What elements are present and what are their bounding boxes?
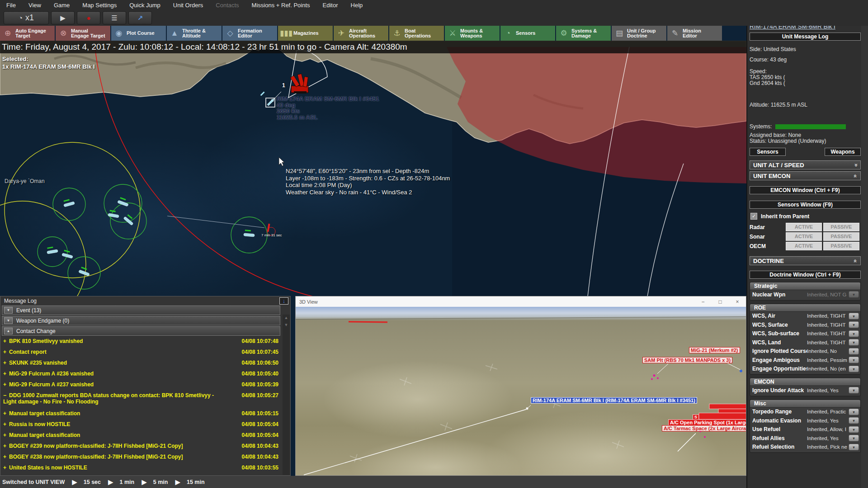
play-button[interactable]: ▶ [51, 11, 75, 24]
menu-item-unit-orders[interactable]: Unit Orders [173, 2, 203, 9]
plot-course-button[interactable]: ◉ Plot Course [111, 26, 166, 41]
3d-view-titlebar[interactable]: 3D View − □ × [296, 296, 746, 307]
close-button[interactable]: × [729, 299, 746, 305]
log-entry[interactable]: −DDG 1000 Zumwalt reports BDA status cha… [0, 391, 290, 409]
unit-alt-speed-header[interactable]: UNIT ALT / SPEED « [750, 160, 861, 169]
systems-damage-button[interactable]: ⚙ Systems & Damage [556, 26, 611, 41]
dropdown-button[interactable]: ▾ [849, 387, 859, 394]
mission-editor-button[interactable]: ✎ Mission Editor [667, 26, 722, 41]
unit-emcon-header[interactable]: UNIT EMCON « [750, 171, 861, 180]
menu-item-editor[interactable]: Editor [323, 2, 338, 9]
quick-jump-button[interactable]: ↗ [128, 11, 152, 24]
throttle-altitude-button[interactable]: ▲ Throttle & Altitude [167, 26, 222, 41]
sensors-window-button[interactable]: Sensors Window (F9) [750, 201, 861, 209]
dropdown-button[interactable]: ▾ [849, 408, 859, 415]
log-entry-expand-toggle[interactable]: + [3, 454, 6, 460]
inherit-from-parent-checkbox[interactable]: ✓ [750, 213, 757, 220]
expand-chevron-icon[interactable]: « [852, 163, 859, 166]
message-log-popout-button[interactable]: ↓ [279, 297, 288, 305]
weapons-button[interactable]: Weapons [825, 148, 861, 156]
unit-group-doctrine-button[interactable]: ▤ Unit / Group Doctrine [612, 26, 666, 41]
group-toggle-icon[interactable]: ▼ [4, 307, 13, 314]
emcon-active-button[interactable]: ACTIVE [786, 232, 822, 241]
formation-editor-button[interactable]: ◇ Formation Editor [222, 26, 277, 41]
aircraft-operations-button[interactable]: ✈ Aircraft Operations [334, 26, 388, 41]
menu-item-missions-ref-points[interactable]: Missions + Ref. Points [252, 2, 310, 9]
log-entry-expand-toggle[interactable]: + [3, 443, 6, 449]
auto-engage-target-button[interactable]: ⊕ Auto Engage Target [0, 26, 55, 41]
log-group-event[interactable]: ▼ Event (13) [2, 305, 280, 315]
doctrine-window-button[interactable]: Doctrine Window (Ctrl + F9) [750, 271, 861, 279]
group-toggle-icon[interactable]: ▲ [4, 328, 13, 334]
dropdown-button[interactable]: ▾ [849, 435, 859, 441]
dropdown-button[interactable]: ▾ [849, 321, 859, 328]
dropdown-button[interactable]: ▾ [849, 339, 859, 346]
scroll-down-icon[interactable]: ▼ [284, 323, 288, 327]
log-group-weapon-endgame[interactable]: ▼ Weapon Endgame (0) [2, 316, 280, 325]
log-entry-expand-toggle[interactable]: + [3, 360, 6, 366]
time-step-button[interactable]: ▶ 15 sec [72, 478, 101, 486]
log-entry[interactable]: +MiG-29 Fulcrum A #237 vanished 04/08 10… [0, 380, 290, 391]
dropdown-button[interactable]: ▾ [849, 348, 859, 355]
menu-item-help[interactable]: Help [351, 2, 363, 9]
3d-label-friendly-missile[interactable]: RIM-174A ERAM SM-6MR Blk I (RIM-174A ERA… [531, 397, 697, 404]
maximize-button[interactable]: □ [712, 299, 729, 305]
group-toggle-icon[interactable]: ▼ [4, 317, 13, 324]
3d-label-hostile-air[interactable]: MiG-21 (Merkum #2) [689, 347, 740, 353]
3d-label-hostile-sam[interactable]: SAM Plt (RBS 70 Mk1 MANPADS x 3) [642, 357, 732, 363]
emcon-active-button[interactable]: ACTIVE [786, 242, 822, 250]
menu-item-game[interactable]: Game [54, 2, 70, 9]
dropdown-button[interactable]: ▾ [849, 444, 859, 450]
collapse-chevron-icon[interactable]: « [852, 174, 859, 177]
log-entry-expand-toggle[interactable]: + [3, 432, 6, 438]
doctrine-header[interactable]: DOCTRINE « [750, 256, 861, 265]
log-entry[interactable]: +SKUNK #235 vanished 04/08 10:06:50 [0, 358, 290, 369]
log-entry-expand-toggle[interactable]: + [3, 410, 6, 417]
log-entry-expand-toggle[interactable]: + [3, 338, 6, 344]
magazines-button[interactable]: ▮▮▮ Magazines [278, 26, 333, 41]
3d-scene[interactable]: MiG-21 (Merkum #2) SAM Plt (RBS 70 Mk1 M… [296, 307, 746, 476]
sensors-button[interactable]: ◔ Sensors [500, 26, 555, 41]
log-entry-expand-toggle[interactable]: − [3, 392, 6, 399]
time-step-button[interactable]: ▶ 5 min [142, 478, 168, 486]
3d-label-facility-parking[interactable]: A/C Open Parking Spot (1x Large [668, 419, 746, 426]
emcon-passive-button[interactable]: PASSIVE [823, 242, 859, 250]
menu-item-quick-jump[interactable]: Quick Jump [129, 2, 160, 9]
menu-item-view[interactable]: View [28, 2, 41, 9]
boat-operations-button[interactable]: ⚓ Boat Operations [389, 26, 444, 41]
log-entry[interactable]: +United States is now HOSTILE 04/08 10:0… [0, 463, 290, 474]
layers-button[interactable]: ☰ [103, 11, 126, 24]
emcon-passive-button[interactable]: PASSIVE [823, 232, 859, 241]
dropdown-button[interactable]: ▾ [849, 426, 859, 433]
dropdown-button[interactable]: ▾ [849, 357, 859, 363]
sensors-button[interactable]: Sensors [750, 148, 786, 156]
log-entry[interactable]: +Contact report 04/08 10:07:45 [0, 347, 290, 358]
scroll-up-icon[interactable]: ▲ [284, 315, 288, 320]
log-entry-expand-toggle[interactable]: + [3, 421, 6, 427]
record-button[interactable]: ● [77, 11, 100, 24]
emcon-active-button[interactable]: ACTIVE [786, 223, 822, 231]
dropdown-button[interactable]: ▾ [849, 417, 859, 424]
time-compression-button[interactable]: ◔ x1 [4, 11, 49, 24]
dropdown-button[interactable]: ▾ [849, 313, 859, 319]
time-step-button[interactable]: ▶ 15 min [175, 478, 204, 486]
menu-item-file[interactable]: File [6, 2, 16, 9]
dropdown-button[interactable]: ▾ [849, 366, 859, 372]
menu-item-contacts[interactable]: Contacts [216, 2, 239, 9]
log-entry[interactable]: +Russia is now HOSTILE 04/08 10:05:04 [0, 420, 290, 431]
log-entry-expand-toggle[interactable]: + [3, 465, 6, 471]
emcon-passive-button[interactable]: PASSIVE [823, 223, 859, 231]
time-step-button[interactable]: ▶ 1 min [108, 478, 134, 486]
emcon-window-button[interactable]: EMCON Window (Ctrl + F9) [750, 186, 861, 194]
mounts-weapons-button[interactable]: ⚔ Mounts & Weapons [445, 26, 500, 41]
dropdown-button[interactable]: ▾ [849, 291, 859, 298]
log-entry-expand-toggle[interactable]: + [3, 349, 6, 355]
dropdown-button[interactable]: ▾ [849, 330, 859, 337]
log-group-contact-change[interactable]: ▲ Contact Change [2, 326, 280, 336]
log-entry[interactable]: +Manual target classification 04/08 10:0… [0, 409, 290, 420]
log-entry[interactable]: +Manual target classification 04/08 10:0… [0, 431, 290, 441]
log-entry[interactable]: +BOGEY #238 now platform-classified: J-7… [0, 452, 290, 463]
log-entry[interactable]: +MiG-29 Fulcrum A #236 vanished 04/08 10… [0, 369, 290, 380]
log-entry[interactable]: +BPK 810 Smetlivyy vanished 04/08 10:07:… [0, 337, 290, 347]
minimize-button[interactable]: − [694, 299, 712, 305]
